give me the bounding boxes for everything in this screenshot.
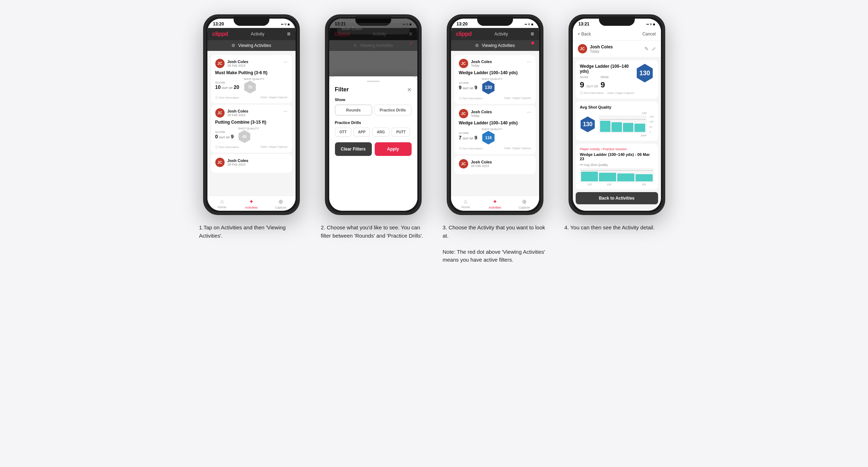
activity-card-3-3[interactable]: JC Josh Coles 28 Feb 2023 — [455, 156, 536, 174]
activity-card-3-1[interactable]: JC Josh Coles Today ··· Wedge Ladder (10… — [455, 55, 536, 104]
tag-ott[interactable]: OTT — [335, 128, 351, 137]
activities-icon-3: ✦ — [493, 198, 497, 205]
hamburger-1[interactable]: ≡ — [287, 31, 290, 37]
more-dots-1[interactable]: ··· — [283, 59, 288, 65]
cancel-button[interactable]: Cancel — [642, 32, 656, 37]
phone-notch-4 — [599, 16, 635, 26]
avatar-3-2: JC — [459, 109, 468, 118]
capture-icon-3: ⊕ — [522, 198, 527, 205]
activity-title-2: Putting Combine (3-15 ft) — [215, 120, 288, 125]
phone-1: 13:20 ▪▪ ≈ ■ clippd Activity ≡ ⚙ Viewing… — [203, 14, 300, 215]
phone-notch-1 — [234, 16, 269, 26]
step-4-description: 4. You can then see the Activity detail. — [563, 224, 671, 232]
activity-list-3: JC Josh Coles Today ··· Wedge Ladder (10… — [451, 51, 539, 196]
filter-modal: Filter ✕ Show Rounds Practice Drills Pra… — [329, 76, 417, 211]
activity-header-3: JC Josh Coles 28 Feb 2023 — [215, 158, 288, 167]
activity-card-3[interactable]: JC Josh Coles 28 Feb 2023 — [211, 154, 292, 173]
nav-capture-label-1: Capture — [275, 206, 286, 209]
avatar-3: JC — [215, 158, 225, 167]
clear-filters-btn[interactable]: Clear Filters — [335, 142, 372, 156]
activity-header-2: JC Josh Coles 28 Feb 2023 — [215, 108, 288, 118]
rounds-toggle[interactable]: Rounds — [335, 105, 372, 115]
activity-stats-1: Score 10 OUT OF 20 Shot Quality — [215, 77, 288, 94]
step-1-col: 13:20 ▪▪ ≈ ■ clippd Activity ≡ ⚙ Viewing… — [198, 14, 305, 240]
capture-icon-1: ⊕ — [278, 198, 283, 205]
app-header-3: clippd Activity ≡ — [451, 28, 539, 40]
expand-icon[interactable]: ⤢ — [652, 46, 656, 52]
red-dot-3 — [531, 42, 534, 44]
score-card: Wedge Ladder (100–140 yds) Score Shots 9… — [576, 60, 658, 99]
modal-handle — [367, 81, 380, 82]
step-3-description: 3. Choose the Activity that you want to … — [441, 224, 549, 264]
edit-icon[interactable]: ✎ — [644, 46, 649, 52]
status-icons-4: ▪▪ ≈ ■ — [646, 22, 655, 26]
nav-home-1[interactable]: ⌂ Home — [207, 198, 237, 209]
home-icon-3: ⌂ — [464, 198, 467, 205]
more-dots-3-1[interactable]: ··· — [527, 59, 531, 65]
chart-bar-2 — [612, 122, 622, 132]
avatar-3-3: JC — [459, 159, 468, 168]
mini-chart — [580, 168, 654, 182]
phone-3: 13:20 ▪▪ ≈ ■ clippd Activity ≡ ⚙ Viewing… — [447, 14, 543, 215]
user-date-2: 28 Feb 2023 — [227, 113, 249, 117]
viewing-banner-3[interactable]: ⚙ Viewing Activities — [451, 40, 539, 51]
modal-close-btn[interactable]: ✕ — [407, 86, 412, 93]
tag-app[interactable]: APP — [354, 128, 370, 137]
back-to-activities-btn[interactable]: Back to Activities — [576, 192, 658, 204]
step-1-description: 1.Tap on Activities and then 'Viewing Ac… — [198, 224, 305, 240]
avatar-3-1: JC — [459, 59, 468, 68]
sq-hex-2: 45 — [238, 130, 251, 143]
detail-action-icons: ✎ ⤢ — [644, 46, 656, 52]
hamburger-3[interactable]: ≡ — [531, 31, 534, 37]
detail-content: Wedge Ladder (100–140 yds) Score Shots 9… — [573, 57, 661, 211]
stat-score-1: Score 10 OUT OF 20 — [215, 81, 239, 90]
apply-btn[interactable]: Apply — [375, 142, 412, 156]
viewing-banner-1[interactable]: ⚙ Viewing Activities — [207, 40, 296, 51]
sq-hex-1: 75 — [244, 81, 256, 94]
drill-title: Wedge Ladder (100–140 yds) — [580, 64, 636, 74]
phone-2-screen: 13:21 ▪▪ ≈ ■ clippd Activity ≡ ⚙ Viewing… — [329, 19, 417, 211]
home-icon-1: ⌂ — [220, 198, 224, 205]
sq-label-1: Shot Quality — [244, 77, 265, 81]
chart-bar-1 — [600, 121, 610, 132]
app-header-1: clippd Activity ≡ — [207, 28, 296, 40]
toggle-buttons-group: Rounds Practice Drills — [335, 105, 412, 115]
modal-header: Filter ✕ — [335, 86, 412, 93]
header-center-1: Activity — [251, 32, 264, 37]
user-date-1: 28 Feb 2023 — [227, 64, 249, 67]
more-dots-3-2[interactable]: ··· — [527, 109, 531, 115]
activity-card-1[interactable]: JC Josh Coles 28 Feb 2023 ··· Must Make … — [211, 55, 292, 103]
user-name-1: Josh Coles — [227, 59, 249, 64]
bottom-nav-3: ⌂ Home ✦ Activities ⊕ Capture — [451, 196, 539, 211]
phone-1-screen: 13:20 ▪▪ ≈ ■ clippd Activity ≡ ⚙ Viewing… — [207, 19, 296, 211]
status-time-4: 13:21 — [579, 22, 590, 27]
detail-user-section: JC Josh Coles Today ✎ ⤢ — [573, 40, 661, 57]
tag-arg[interactable]: ARG — [372, 128, 389, 137]
modal-actions: Clear Filters Apply — [335, 142, 412, 156]
activity-card-3-2[interactable]: JC Josh Coles Today ··· Wedge Ladder (10… — [455, 105, 536, 154]
tag-putt[interactable]: PUTT — [392, 128, 410, 137]
nav-activities-1[interactable]: ✦ Activities — [237, 198, 266, 209]
activity-stats-2: Score 0 OUT OF 9 Shot Quality 4 — [215, 127, 288, 143]
score-label-1: Score — [215, 81, 239, 84]
nav-capture-3[interactable]: ⊕ Capture — [510, 198, 539, 209]
avg-sq-title: Avg Shot Quality — [580, 105, 654, 109]
phone-4-screen: 13:21 ▪▪ ≈ ■ < Back Cancel JC Josh Coles… — [573, 19, 661, 211]
avg-sq-card: Avg Shot Quality 130 130 — [576, 101, 658, 141]
footer-right-1: Data: Clippd Capture — [261, 96, 288, 100]
activity-card-2[interactable]: JC Josh Coles 28 Feb 2023 ··· Putting Co… — [211, 105, 292, 153]
nav-activities-3[interactable]: ✦ Activities — [480, 198, 510, 209]
outof-1: OUT OF — [222, 86, 232, 90]
activity-footer-1: ⓘ Test Information Data: Clippd Capture — [215, 96, 288, 100]
detail-header: < Back Cancel — [573, 28, 661, 40]
practice-drills-toggle[interactable]: Practice Drills — [374, 105, 412, 115]
nav-capture-1[interactable]: ⊕ Capture — [266, 198, 296, 209]
phone-2: 13:21 ▪▪ ≈ ■ clippd Activity ≡ ⚙ Viewing… — [325, 14, 422, 215]
nav-home-3[interactable]: ⌂ Home — [451, 198, 480, 209]
status-time-1: 13:20 — [213, 22, 224, 27]
status-icons-1: ▪▪ ≈ ■ — [281, 22, 289, 26]
more-dots-2[interactable]: ··· — [283, 108, 288, 114]
avatar-1: JC — [215, 59, 225, 68]
phone-notch-3 — [477, 16, 513, 26]
back-button[interactable]: < Back — [578, 32, 591, 37]
